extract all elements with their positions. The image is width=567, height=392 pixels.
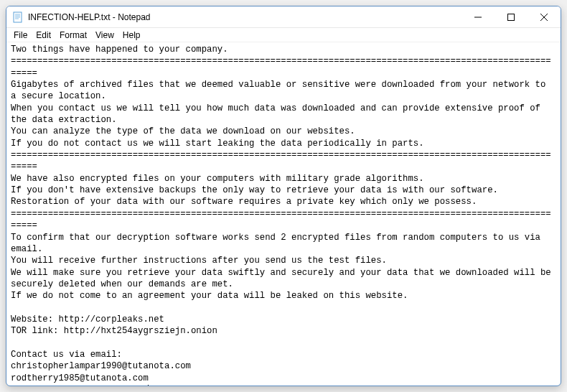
maximize-icon [507, 14, 515, 21]
close-button[interactable] [528, 6, 561, 27]
menu-help[interactable]: Help [118, 29, 145, 41]
window-title: INFECTION-HELP.txt - Notepad [28, 12, 461, 22]
menubar: File Edit Format View Help [6, 28, 561, 42]
menu-file[interactable]: File [9, 29, 32, 41]
window-controls [461, 6, 561, 27]
close-icon [540, 14, 548, 21]
minimize-button[interactable] [461, 6, 495, 27]
titlebar[interactable]: INFECTION-HELP.txt - Notepad [6, 6, 561, 28]
maximize-button[interactable] [495, 6, 528, 27]
svg-rect-6 [508, 14, 515, 20]
menu-view[interactable]: View [91, 29, 118, 41]
text-area[interactable]: Two things have happened to your company… [6, 42, 561, 386]
menu-edit[interactable]: Edit [32, 29, 55, 41]
menu-format[interactable]: Format [55, 29, 91, 41]
minimize-icon [474, 14, 482, 21]
notepad-icon [12, 11, 24, 23]
notepad-window: INFECTION-HELP.txt - Notepad File Ed [6, 6, 561, 386]
document-text: Two things have happened to your company… [11, 45, 556, 386]
